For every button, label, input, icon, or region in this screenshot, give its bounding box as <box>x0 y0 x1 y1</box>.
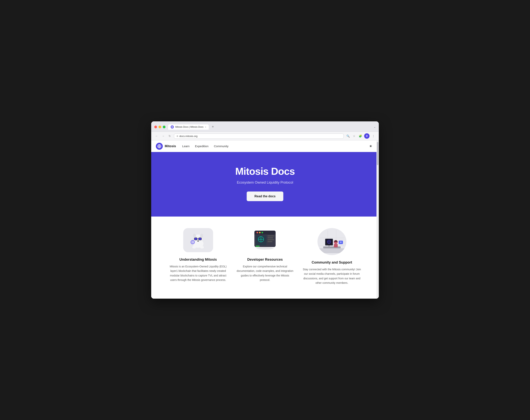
bookmark-icon[interactable]: ☆ <box>352 134 356 138</box>
window-menu-icon[interactable]: ⌄ <box>374 126 376 128</box>
card-illustration-community: ⌘ <box>317 228 346 255</box>
svg-point-14 <box>197 240 199 242</box>
svg-rect-32 <box>267 237 273 238</box>
nav-link-expedition[interactable]: Expedition <box>195 144 208 148</box>
nav-link-community[interactable]: Community <box>214 144 229 148</box>
address-bar[interactable]: ⊕ docs.mitosis.org <box>174 134 344 139</box>
zoom-icon[interactable]: 🔍 <box>346 134 350 138</box>
browser-content: Mitosis Learn Expedition Community ☀ Mit… <box>151 140 379 298</box>
brand-logo-link[interactable]: Mitosis <box>156 143 176 150</box>
card-desc-understanding: Mitosis is an Ecosystem-Owned Liquidity … <box>169 264 228 282</box>
card-desc-developer: Explore our comprehensive technical docu… <box>236 264 295 282</box>
svg-rect-34 <box>267 241 272 242</box>
cards-section: Understanding Mitosis Mitosis is an Ecos… <box>151 217 379 298</box>
scrollbar-thumb[interactable] <box>377 142 378 165</box>
nav-link-learn[interactable]: Learn <box>182 144 190 148</box>
back-button[interactable]: ← <box>154 134 159 138</box>
page-content: Mitosis Learn Expedition Community ☀ Mit… <box>151 140 379 298</box>
cards-grid: Understanding Mitosis Mitosis is an Ecos… <box>169 228 361 285</box>
svg-rect-49 <box>328 245 330 247</box>
card-illustration-mascot <box>183 228 213 252</box>
card-illustration-docs <box>250 228 280 252</box>
browser-titlebar: Mitosis Docs | Mitosis Docs × + ⌄ <box>151 121 379 132</box>
card-title-developer: Developer Resources <box>236 258 295 262</box>
svg-point-15 <box>192 246 196 249</box>
card-community: ⌘ Community and Support Stay connected w… <box>302 228 361 285</box>
extensions-icon[interactable]: 🧩 <box>358 134 363 138</box>
browser-window: Mitosis Docs | Mitosis Docs × + ⌄ ← → ↻ … <box>151 121 379 298</box>
svg-rect-35 <box>256 246 260 247</box>
svg-rect-51 <box>334 244 338 247</box>
scrollbar[interactable] <box>376 140 379 298</box>
svg-point-25 <box>259 232 261 233</box>
forward-button[interactable]: → <box>161 134 165 138</box>
hero-subtitle: Ecosystem Owned Liquidity Protocol <box>156 181 374 184</box>
active-tab[interactable]: Mitosis Docs | Mitosis Docs × <box>168 124 209 130</box>
read-docs-button[interactable]: Read the docs <box>247 192 283 201</box>
security-icon: ⊕ <box>177 135 178 137</box>
profile-button[interactable]: D <box>364 133 369 139</box>
traffic-lights <box>154 126 165 128</box>
maximize-button[interactable] <box>163 126 165 128</box>
svg-rect-11 <box>194 238 197 240</box>
svg-text:⌘: ⌘ <box>340 241 342 243</box>
tab-bar: Mitosis Docs | Mitosis Docs × + <box>168 124 371 130</box>
toolbar-icons: 🔍 ☆ 🧩 D ⋮ <box>346 133 376 139</box>
svg-rect-33 <box>267 239 274 240</box>
nav-right: ☀ <box>367 143 374 150</box>
svg-rect-42 <box>319 248 344 253</box>
svg-rect-31 <box>267 236 274 236</box>
browser-toolbar: ← → ↻ ⊕ docs.mitosis.org 🔍 ☆ 🧩 D ⋮ <box>151 132 379 140</box>
menu-icon[interactable]: ⋮ <box>371 134 376 138</box>
brand-logo <box>156 143 163 150</box>
svg-point-24 <box>256 232 258 233</box>
nav-left: Mitosis Learn Expedition Community <box>156 143 229 150</box>
tab-close-icon[interactable]: × <box>205 126 206 128</box>
svg-rect-12 <box>198 238 202 240</box>
theme-toggle-button[interactable]: ☀ <box>367 143 374 150</box>
card-developer: Developer Resources Explore our comprehe… <box>236 228 295 285</box>
nav-links: Learn Expedition Community <box>182 144 229 148</box>
hero-section: Mitosis Docs Ecosystem Owned Liquidity P… <box>151 152 379 217</box>
site-nav: Mitosis Learn Expedition Community ☀ <box>151 140 379 152</box>
address-url: docs.mitosis.org <box>179 135 197 138</box>
card-desc-community: Stay connected with the Mitosis communit… <box>302 267 361 285</box>
card-understanding: Understanding Mitosis Mitosis is an Ecos… <box>169 228 228 285</box>
svg-point-16 <box>200 246 204 249</box>
brand-name: Mitosis <box>165 144 176 148</box>
svg-point-26 <box>262 232 263 233</box>
new-tab-button[interactable]: + <box>211 125 215 129</box>
tab-favicon <box>171 126 174 128</box>
card-title-community: Community and Support <box>302 261 361 265</box>
minimize-button[interactable] <box>159 126 161 128</box>
svg-rect-43 <box>323 246 341 248</box>
card-title-understanding: Understanding Mitosis <box>169 258 228 262</box>
reload-button[interactable]: ↻ <box>167 134 172 138</box>
svg-point-36 <box>256 247 274 250</box>
tab-title: Mitosis Docs | Mitosis Docs <box>175 126 204 128</box>
hero-title: Mitosis Docs <box>156 166 374 177</box>
close-button[interactable] <box>154 126 157 128</box>
